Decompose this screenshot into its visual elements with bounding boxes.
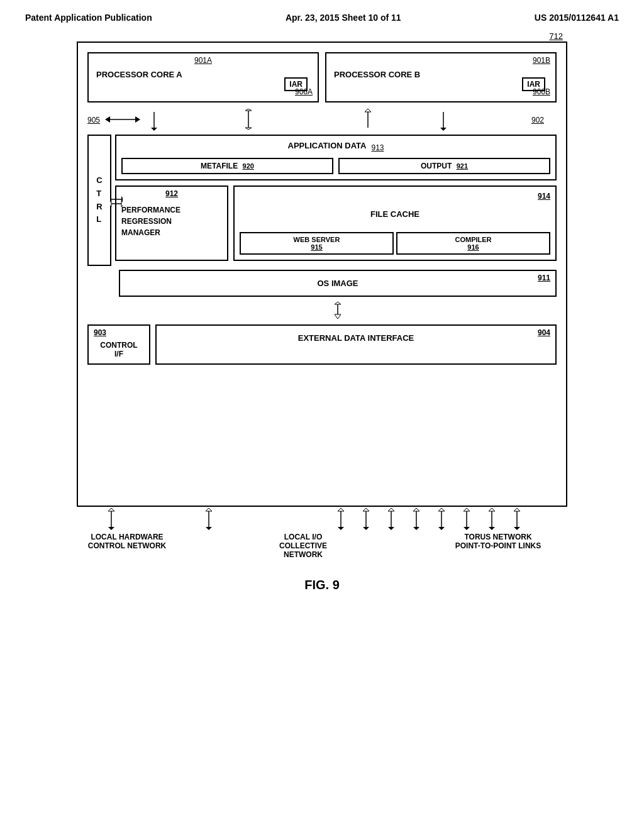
- web-server-label: WEB SERVER: [243, 236, 390, 243]
- compiler-box: COMPILER 916: [396, 232, 550, 255]
- ref-912: 912: [165, 189, 178, 198]
- fig-caption: FIG. 9: [25, 578, 619, 592]
- control-if-label: CONTROL I/F: [96, 341, 142, 358]
- perf-regression-label: PERFORMANCE REGRESSION MANAGER: [121, 204, 222, 238]
- iar-b-box: IAR: [522, 77, 545, 91]
- processor-core-b-label: PROCESSOR CORE B: [334, 70, 548, 79]
- header-left: Patent Application Publication: [25, 13, 152, 23]
- svg-marker-47: [489, 508, 495, 511]
- ref-712: 712: [549, 31, 563, 41]
- processor-core-b-box: 901B PROCESSOR CORE B IAR 906B: [325, 52, 557, 102]
- svg-marker-50: [514, 508, 520, 511]
- ref-920: 920: [243, 162, 254, 170]
- arrow-row-905: 905: [87, 109, 557, 131]
- svg-marker-19: [335, 314, 341, 319]
- ext-data-box: 904 EXTERNAL DATA INTERFACE: [155, 324, 557, 365]
- file-cache-box: 914 FILE CACHE WEB SERVER 915 COM: [233, 185, 557, 261]
- output-box: OUTPUT 921: [338, 158, 550, 174]
- ref-911: 911: [538, 274, 550, 282]
- arrows-top: [104, 109, 544, 131]
- ref-921: 921: [457, 162, 468, 170]
- ref-901b: 901B: [533, 56, 550, 65]
- svg-marker-43: [464, 527, 470, 530]
- ref-901a: 901A: [194, 56, 212, 65]
- perf-regression-box: 912 PERFORMANCE REGRESSION MANAGER: [115, 185, 228, 261]
- iar-b-label: IAR: [527, 80, 540, 89]
- svg-marker-38: [413, 508, 419, 511]
- svg-marker-32: [363, 508, 369, 511]
- ext-data-label: EXTERNAL DATA INTERFACE: [298, 333, 414, 343]
- ctrl-sidebar: C T R L: [87, 135, 111, 266]
- svg-marker-46: [489, 527, 495, 530]
- iar-a-label: IAR: [289, 80, 303, 89]
- app-data-label: APPLICATION DATA: [288, 141, 367, 150]
- metafile-box: METAFILE 920: [121, 158, 333, 174]
- middle-section: 912 PERFORMANCE REGRESSION MANAGER: [115, 185, 557, 261]
- svg-marker-20: [335, 302, 341, 304]
- svg-marker-26: [206, 527, 212, 530]
- ref-902: 902: [531, 116, 544, 124]
- below-arrows: [77, 508, 567, 530]
- vert-arrow-down: [119, 302, 557, 319]
- below-arrows-svg: [77, 508, 567, 530]
- ref-903: 903: [94, 328, 106, 337]
- svg-marker-41: [438, 508, 445, 511]
- metafile-label: METAFILE: [201, 162, 238, 170]
- outer-box: 712 901A PROCESSOR CORE A IAR 906A 9: [77, 42, 567, 507]
- svg-marker-29: [338, 508, 344, 511]
- below-labels: LOCAL HARDWARE CONTROL NETWORK LOCAL I/O…: [77, 533, 567, 559]
- compiler-label: COMPILER: [400, 236, 547, 243]
- svg-marker-23: [108, 527, 114, 530]
- svg-marker-22: [108, 508, 114, 511]
- svg-marker-31: [363, 527, 369, 530]
- ref-916: 916: [400, 243, 547, 251]
- processor-core-a-box: 901A PROCESSOR CORE A IAR 906A: [87, 52, 319, 102]
- svg-marker-35: [388, 508, 394, 511]
- ctrl-label: C T R L: [96, 174, 102, 226]
- right-content: APPLICATION DATA 913 METAFILE 920 OUTPUT…: [115, 135, 557, 266]
- web-server-box: WEB SERVER 915: [240, 232, 394, 255]
- local-io-label: LOCAL I/O COLLECTIVE NETWORK: [262, 533, 344, 559]
- svg-marker-4: [245, 109, 252, 111]
- ref-905: 905: [87, 116, 100, 124]
- svg-marker-11: [440, 128, 447, 131]
- svg-marker-25: [206, 508, 212, 511]
- local-hw-label: LOCAL HARDWARE CONTROL NETWORK: [83, 533, 171, 559]
- header-right: US 2015/0112641 A1: [535, 13, 619, 23]
- svg-marker-16: [110, 201, 111, 207]
- svg-marker-28: [338, 527, 344, 530]
- torus-label: TORUS NETWORK POINT-TO-POINT LINKS: [435, 533, 561, 559]
- patent-header: Patent Application Publication Apr. 23, …: [25, 13, 619, 23]
- svg-marker-5: [245, 128, 252, 130]
- svg-marker-40: [438, 527, 445, 530]
- ref-915: 915: [243, 243, 390, 251]
- web-compiler-row: WEB SERVER 915 COMPILER 916: [240, 232, 550, 255]
- bottom-section: 903 CONTROL I/F 904 EXTERNAL DATA INTERF…: [87, 324, 557, 365]
- processor-core-a-label: PROCESSOR CORE A: [96, 70, 310, 79]
- diagram-container: 712 901A PROCESSOR CORE A IAR 906A 9: [64, 42, 580, 559]
- header-middle: Apr. 23, 2015 Sheet 10 of 11: [286, 13, 401, 23]
- page: Patent Application Publication Apr. 23, …: [0, 0, 644, 830]
- main-inner: C T R L: [87, 135, 557, 266]
- control-if-box: 903 CONTROL I/F: [87, 324, 150, 365]
- processor-row: 901A PROCESSOR CORE A IAR 906A 901B PROC…: [87, 52, 557, 102]
- svg-marker-7: [151, 128, 157, 131]
- file-cache-section: 914 FILE CACHE WEB SERVER 915 COM: [233, 185, 557, 261]
- svg-marker-2: [135, 116, 140, 123]
- ref-904: 904: [538, 328, 550, 337]
- svg-marker-9: [365, 109, 371, 112]
- svg-marker-44: [464, 508, 470, 511]
- file-cache-label: FILE CACHE: [240, 209, 550, 219]
- app-data-box: APPLICATION DATA 913 METAFILE 920 OUTPUT…: [115, 135, 557, 180]
- svg-marker-1: [105, 116, 110, 123]
- os-image-box: 911 OS IMAGE: [119, 270, 557, 297]
- output-label: OUTPUT: [421, 162, 452, 170]
- iar-a-box: IAR: [284, 77, 308, 91]
- svg-marker-34: [388, 527, 394, 530]
- ref-914: 914: [538, 192, 550, 201]
- os-image-label: OS IMAGE: [317, 279, 358, 288]
- ref-913: 913: [371, 143, 384, 152]
- svg-marker-49: [514, 527, 520, 530]
- svg-marker-37: [413, 527, 419, 530]
- app-data-row: METAFILE 920 OUTPUT 921: [121, 158, 550, 174]
